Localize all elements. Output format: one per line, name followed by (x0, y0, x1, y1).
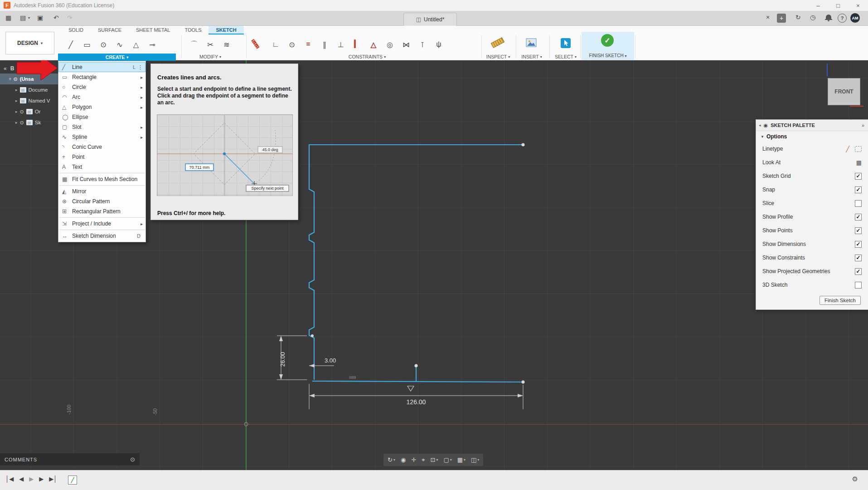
menu-item-sketch-dimension[interactable]: ↔ Sketch Dimension D (58, 231, 145, 241)
menu-item-conic-curve[interactable]: ◝ Conic Curve (58, 142, 145, 152)
sketch-dimension-icon[interactable] (249, 38, 261, 52)
palette-options-section[interactable]: ▼ Options (756, 131, 868, 142)
timeline-sketch-feature[interactable]: ╱ (68, 475, 77, 485)
menu-item-arc[interactable]: ◠ Arc ▸ (58, 92, 145, 102)
comments-bar[interactable]: COMMENTS ⊙ (0, 453, 140, 466)
menu-item-spline[interactable]: ∿ Spline ▸ (58, 132, 145, 142)
show-projected-geometries-checkbox[interactable]: ✓ (855, 268, 862, 275)
menu-item-polygon[interactable]: △ Polygon ▸ (58, 102, 145, 112)
expander-icon[interactable]: ▸ (15, 98, 18, 103)
new-tab-button[interactable]: + (777, 14, 786, 23)
fit-button[interactable]: ⊡ ▾ (428, 454, 441, 466)
close-tab-icon[interactable]: × (766, 14, 770, 21)
expander-icon[interactable]: ▸ (15, 109, 18, 114)
menu-item-circular-pattern[interactable]: ⊛ Circular Pattern (58, 196, 145, 206)
save-icon[interactable]: ▣ (37, 14, 43, 21)
symmetry-constraint-icon[interactable]: ⋈ (398, 37, 414, 52)
fillet-tool-icon[interactable]: ⌒ (186, 37, 202, 52)
line-tool-icon[interactable]: ╱ (63, 37, 79, 52)
rectangle-tool-icon[interactable]: ▭ (79, 37, 95, 52)
display-settings-button[interactable]: ▢ ▾ (441, 454, 454, 466)
tab-solid[interactable]: SOLID (61, 25, 91, 34)
snap-checkbox[interactable]: ✓ (855, 186, 862, 193)
spline-tool-icon[interactable]: ∿ (112, 37, 128, 52)
document-tab[interactable]: ◫ Untitled* (403, 13, 457, 26)
finish-sketch-palette-button[interactable]: Finish Sketch (820, 296, 861, 305)
visibility-eye-icon[interactable]: ⊙ (20, 109, 24, 115)
sync-status-icon[interactable]: ↻ (795, 14, 801, 21)
tab-sheet-metal[interactable]: SHEET METAL (129, 25, 177, 34)
select-group-button[interactable]: SELECT ▾ (552, 54, 579, 60)
tangent-constraint-icon[interactable]: ⊙ (284, 37, 300, 52)
show-profile-checkbox[interactable]: ✓ (855, 214, 862, 220)
create-group-button[interactable]: CREATE ▾ (58, 54, 176, 61)
expander-icon[interactable]: ▸ (15, 88, 18, 92)
app-grid-icon[interactable]: ▦ (5, 14, 11, 21)
minimize-button[interactable]: – (808, 0, 828, 11)
midpoint-constraint-icon[interactable]: ⊺ (414, 37, 431, 52)
polygon-tool-icon[interactable]: △ (128, 37, 144, 52)
comments-toggle-icon[interactable]: ⊙ (130, 456, 140, 463)
inspect-group-button[interactable]: INSPECT ▾ (483, 54, 513, 60)
menu-item-point[interactable]: + Point (58, 152, 145, 162)
show-points-checkbox[interactable]: ✓ (855, 227, 862, 234)
file-menu-icon[interactable]: ▤ (20, 14, 26, 21)
redo-icon[interactable]: ↷ (67, 14, 73, 21)
perpendicular-constraint-icon[interactable]: ⊥ (333, 37, 349, 52)
skip-to-end-button[interactable]: ▶│ (49, 475, 57, 482)
menu-item-rectangle[interactable]: ▭ Rectangle ▸ (58, 72, 145, 82)
browser-item-sketches[interactable]: ▸ ⊙ ▤ Sk (0, 117, 58, 128)
curvature-constraint-icon[interactable]: ψ (431, 37, 447, 52)
job-status-clock-icon[interactable]: ◷ (810, 14, 815, 21)
circle-tool-icon[interactable]: ⊙ (95, 37, 112, 52)
help-icon[interactable]: ? (838, 14, 847, 23)
look-at-icon[interactable]: ▦ (856, 159, 862, 166)
menu-item-slot[interactable]: ▢ Slot ▸ (58, 122, 145, 132)
notification-bell-icon[interactable] (826, 15, 831, 19)
tab-tools[interactable]: TOOLS (177, 25, 209, 34)
pan-button[interactable]: ✛ (409, 454, 418, 466)
menu-item-line[interactable]: ╱ Line L ⋮ (58, 62, 145, 72)
horizontal-vertical-constraint-icon[interactable]: ∟ (267, 37, 284, 52)
palette-expand-icon[interactable]: » (862, 122, 868, 128)
play-button[interactable]: ▶ (29, 475, 34, 482)
trim-tool-icon[interactable]: ✂ (202, 37, 218, 52)
timeline-settings-gear-icon[interactable]: ⚙ (852, 475, 858, 483)
show-dimensions-checkbox[interactable]: ✓ (855, 241, 862, 248)
maximize-button[interactable]: □ (828, 0, 848, 11)
view-cube[interactable]: FRONT (828, 78, 860, 105)
grid-settings-button[interactable]: ▦ ▾ (455, 454, 468, 466)
3d-sketch-checkbox[interactable] (855, 282, 862, 289)
visibility-eye-icon[interactable]: ⊙ (20, 120, 24, 126)
concentric-constraint-icon[interactable]: ◎ (382, 37, 398, 52)
tab-surface[interactable]: SURFACE (91, 25, 129, 34)
browser-item-named-views[interactable]: ▸ ▤ Named V (0, 95, 58, 106)
show-constraints-checkbox[interactable]: ✓ (855, 255, 862, 261)
zoom-button[interactable]: ⌖ (419, 454, 427, 466)
look-at-button[interactable]: ◉ (398, 454, 408, 466)
menu-item-text[interactable]: A Text (58, 162, 145, 172)
menu-item-circle[interactable]: ○ Circle ▸ (58, 82, 145, 92)
expander-icon[interactable]: ▾ (9, 77, 11, 81)
constraints-group-button[interactable]: CONSTRAINTS ▾ (267, 54, 467, 60)
user-avatar[interactable]: AM (850, 13, 860, 23)
sketch-grid-checkbox[interactable]: ✓ (855, 173, 862, 180)
sketch-palette-header[interactable]: ◂ ◉ SKETCH PALETTE » (756, 120, 868, 131)
menu-item-mirror[interactable]: ◭ Mirror (58, 186, 145, 196)
expander-icon[interactable]: ▸ (15, 120, 18, 125)
menu-item-fit-curves[interactable]: ▦ Fit Curves to Mesh Section (58, 174, 145, 184)
viewports-button[interactable]: ◫ ▾ (469, 454, 481, 466)
skip-to-start-button[interactable]: │◀ (5, 475, 14, 482)
menu-item-rectangular-pattern[interactable]: ⊞ Rectangular Pattern (58, 206, 145, 216)
menu-item-ellipse[interactable]: ◯ Ellipse (58, 112, 145, 122)
palette-collapse-icon[interactable]: ◂ (759, 123, 761, 127)
finish-sketch-button[interactable]: ✓ FINISH SKETCH ▾ (582, 32, 634, 60)
file-menu-caret-icon[interactable]: ▾ (28, 16, 30, 20)
browser-item-origin[interactable]: ▸ ⊙ ▤ Or (0, 106, 58, 117)
browser-collapse-icon[interactable]: « (4, 65, 7, 72)
step-forward-button[interactable]: ▶ (39, 475, 44, 482)
two-point-tool-icon[interactable]: ⊸ (144, 37, 160, 52)
step-back-button[interactable]: ◀ (19, 475, 24, 482)
menu-item-project-include[interactable]: ⇲ Project / Include ▸ (58, 219, 145, 229)
undo-icon[interactable]: ↶ (53, 14, 59, 21)
